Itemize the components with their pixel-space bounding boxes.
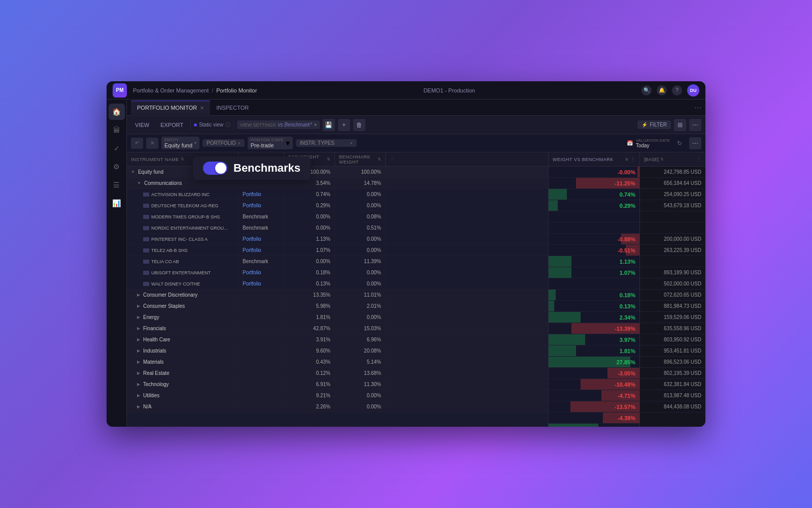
td-more — [386, 401, 398, 412]
table-row[interactable]: UBISOFT ENTERTAINMENTPortfolio0.18%0.00% — [127, 267, 548, 278]
table-row[interactable]: ▶Consumer Discretionary13.35%11.01% — [127, 290, 548, 301]
center-title: DEMO1 - Production — [257, 87, 641, 93]
sidebar-item-settings[interactable]: ⚙ — [109, 158, 125, 175]
expand-icon[interactable]: ▶ — [137, 382, 140, 387]
toolbar: VIEW EXPORT Static view ⓘ VIEW SETTINGS … — [127, 116, 705, 134]
sidebar-item-home[interactable]: 🏠 — [109, 104, 125, 120]
view-settings-dropdown[interactable]: VIEW SETTINGS vs Benchmark* ▾ — [237, 120, 320, 129]
table-row[interactable]: ▶Industrials9.60%20.08% — [127, 345, 548, 357]
help-icon[interactable]: ? — [672, 85, 682, 96]
benchmarks-toggle[interactable] — [203, 162, 227, 175]
position-dropdown[interactable]: POSITION STATE Pre-trade ▾ — [248, 137, 293, 149]
export-button[interactable]: EXPORT — [156, 119, 187, 131]
tab-portfolio-monitor[interactable]: PORTFOLIO MONITOR ✕ — [131, 101, 210, 115]
table-row[interactable]: TELIA CO ABBenchmark0.00%11.39% — [127, 256, 548, 267]
sidebar-item-list[interactable]: ☰ — [109, 177, 125, 193]
add-button[interactable]: + — [338, 119, 350, 131]
expand-icon[interactable]: ▶ — [137, 337, 140, 342]
tab-bar: PORTFOLIO MONITOR ✕ INSPECTOR ⋯ — [127, 100, 705, 116]
wvb-bar — [549, 189, 567, 200]
table-row[interactable]: ▶N/A2.26%0.00% — [127, 401, 548, 412]
sidebar-item-check[interactable]: ✓ — [109, 140, 125, 156]
expand-icon[interactable]: ▶ — [137, 348, 140, 353]
flag-icon — [143, 237, 149, 241]
ellipsis-button[interactable]: ⋯ — [689, 119, 701, 131]
avatar[interactable]: DU — [687, 84, 699, 97]
th-more[interactable]: ⋮ — [386, 152, 398, 166]
expand-icon[interactable]: ▶ — [137, 393, 140, 398]
expand-icon[interactable]: ▶ — [137, 326, 140, 331]
notifications-icon[interactable]: 🔔 — [657, 85, 667, 96]
delete-button[interactable]: 🗑 — [353, 119, 365, 131]
entity-dropdown[interactable]: ENTITY Equity fund ▾ — [161, 137, 199, 149]
th-benchmark-weight[interactable]: BENCHMARK WEIGHT ⇅ — [335, 152, 386, 166]
static-view-info-icon[interactable]: ⓘ — [225, 121, 230, 129]
wvb-more-icon[interactable]: ⋮ — [630, 156, 635, 162]
expand-icon[interactable]: ▼ — [131, 170, 135, 174]
fr-row: 159,529.06 USD — [640, 312, 705, 323]
fr-more-icon[interactable]: ⋮ — [696, 156, 701, 162]
position-arrow: ▾ — [286, 138, 290, 148]
tab-close-portfolio[interactable]: ✕ — [200, 105, 204, 111]
table-row[interactable]: ▶Financials42.87%15.03% — [127, 323, 548, 334]
td-exp-weight: 0.18% — [284, 267, 335, 278]
wvb-row: -4.39% — [549, 412, 639, 424]
flag-icon — [143, 260, 149, 264]
title-bar: PM Portfolio & Order Management / Portfo… — [107, 81, 705, 100]
table-row[interactable]: ▼Communications3.54%14.78% — [127, 178, 548, 189]
expand-icon[interactable]: ▶ — [137, 315, 140, 320]
table-row[interactable]: PINTEREST INC- CLASS APortfolio1.13%0.00… — [127, 234, 548, 245]
table-row[interactable]: ▶Utilities9.21%0.00% — [127, 390, 548, 401]
table-row[interactable]: ▶Materials0.43%5.14% — [127, 357, 548, 368]
expand-icon[interactable]: ▶ — [137, 404, 140, 409]
table-row[interactable]: WALT DISNEY CO/THEPortfolio0.13%0.00% — [127, 278, 548, 290]
table-row[interactable]: ▶Energy1.81%0.00% — [127, 312, 548, 323]
more-options-button[interactable]: ⋯ — [689, 137, 701, 149]
save-button[interactable]: 💾 — [323, 119, 335, 131]
td-bench-weight: 0.00% — [335, 245, 386, 256]
td-name: TELIA CO AB — [127, 256, 239, 267]
undo-button[interactable]: ↶ — [131, 138, 143, 149]
wvb-value: -11.25% — [615, 180, 635, 186]
tab-inspector[interactable]: INSPECTOR — [210, 101, 255, 115]
portfolio-dropdown[interactable]: PORTFOLIO ▾ — [202, 139, 245, 147]
table-row[interactable]: TELE2 AB-B SHSPortfolio1.07%0.00% — [127, 245, 548, 256]
table-row[interactable]: ▶Consumer Staples5.98%2.01% — [127, 301, 548, 312]
td-exp-weight: 0.00% — [284, 223, 335, 233]
td-more — [386, 379, 398, 390]
sidebar-item-graph[interactable]: 📊 — [109, 195, 125, 211]
instr-types-dropdown[interactable]: INSTR. TYPES ▾ — [296, 139, 357, 147]
redo-button[interactable]: ✕ — [146, 138, 158, 149]
grid-button[interactable]: ⊞ — [674, 119, 686, 131]
table-row[interactable]: ▼Equity fund100.00%100.00% — [127, 167, 548, 178]
table-row[interactable]: DEUTSCHE TELEKOM AG-REGPortfolio0.29%0.0… — [127, 200, 548, 211]
refresh-button[interactable]: ↻ — [674, 138, 685, 149]
wvb-bar — [549, 290, 556, 300]
expand-icon[interactable]: ▶ — [137, 360, 140, 364]
sidebar-item-bank[interactable]: 🏛 — [109, 122, 125, 138]
td-origin: Portfolio — [239, 200, 284, 211]
view-button[interactable]: VIEW — [131, 119, 153, 131]
search-icon[interactable]: 🔍 — [641, 85, 652, 96]
table-row[interactable]: MODERN TIMES GROUP-B SHSBenchmark0.00%0.… — [127, 211, 548, 223]
td-origin: Portfolio — [239, 189, 284, 200]
table-row[interactable]: NORDIC ENTERTAINMENT GROU...Benchmark0.0… — [127, 223, 548, 234]
wvb-value: -0.88% — [618, 236, 635, 242]
td-more — [386, 290, 398, 300]
expand-icon[interactable]: ▼ — [137, 181, 141, 185]
filter-button[interactable]: ⚡ FILTER — [637, 120, 671, 129]
fr-row: 543,679.18 USD — [640, 200, 705, 211]
table-row[interactable]: ▶Real Estate0.12%13.68% — [127, 368, 548, 379]
table-row[interactable]: ACTIVISION BLIZZARD INCPortfolio0.74%0.0… — [127, 189, 548, 200]
td-bench-weight: 6.96% — [335, 334, 386, 345]
expand-icon[interactable]: ▶ — [137, 371, 140, 375]
td-more — [386, 323, 398, 334]
td-bench-weight: 0.08% — [335, 211, 386, 222]
table-row[interactable]: ▶Health Care3.91%6.96% — [127, 334, 548, 345]
wvb-filter-icon[interactable]: ≡ — [625, 156, 628, 162]
table-row[interactable]: ▶Technology6.91%11.30% — [127, 379, 548, 390]
expand-icon[interactable]: ▶ — [137, 293, 140, 297]
tab-ellipsis[interactable]: ⋯ — [694, 104, 701, 112]
expand-icon[interactable]: ▶ — [137, 304, 140, 308]
td-name: MODERN TIMES GROUP-B SHS — [127, 211, 239, 222]
